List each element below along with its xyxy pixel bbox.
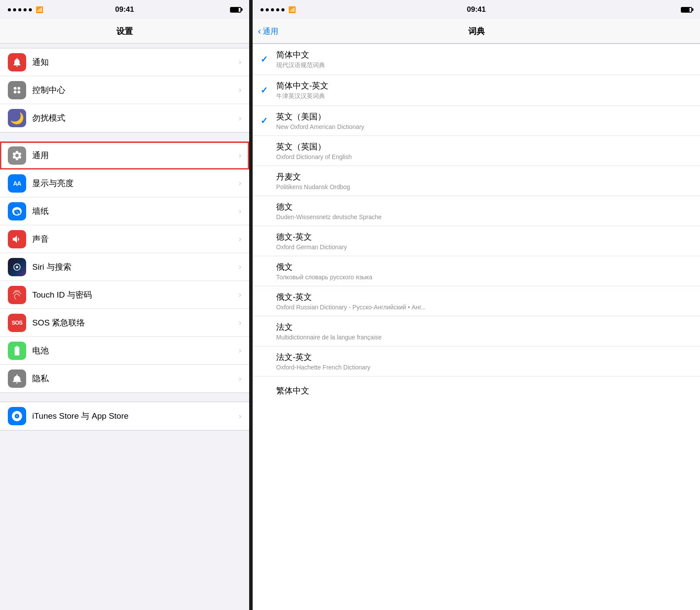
dict-text-10: 法文 Multidictionnaire de la langue frança… bbox=[276, 322, 382, 341]
siri-icon bbox=[8, 258, 26, 276]
wallpaper-icon bbox=[8, 202, 26, 220]
control-icon bbox=[8, 81, 26, 99]
control-label: 控制中心 bbox=[32, 85, 239, 96]
dict-item-2[interactable]: ✓ 简体中文-英文 牛津英汉汉英词典 bbox=[253, 75, 700, 106]
left-panel: 📶 09:41 设置 通知 › bbox=[0, 0, 253, 610]
dict-item-1[interactable]: ✓ 简体中文 现代汉语规范词典 bbox=[253, 44, 700, 75]
notification-icon bbox=[8, 53, 26, 71]
dict-subtitle-3: New Oxford American Dictionary bbox=[276, 123, 364, 130]
dict-text-8: 俄文 Толковый словарь русского языка bbox=[276, 261, 372, 281]
general-label: 通用 bbox=[32, 150, 239, 161]
battery-chevron: › bbox=[239, 346, 241, 355]
dnd-label: 勿扰模式 bbox=[32, 112, 239, 124]
right-wifi-icon: 📶 bbox=[288, 6, 296, 13]
display-item[interactable]: AA 显示与亮度 › bbox=[0, 169, 249, 197]
settings-group-2: 通用 › AA 显示与亮度 › 墙纸 › bbox=[0, 141, 249, 393]
general-icon bbox=[8, 146, 26, 165]
right-nav-bar: ‹ 通用 词典 bbox=[253, 19, 700, 44]
back-button[interactable]: ‹ 通用 bbox=[258, 26, 278, 37]
control-item[interactable]: 控制中心 › bbox=[0, 76, 249, 104]
dict-subtitle-4: Oxford Dictionary of English bbox=[276, 153, 352, 160]
dict-text-7: 德文-英文 Oxford German Dictionary bbox=[276, 231, 347, 251]
dict-text-11: 法文-英文 Oxford-Hachette French Dictionary bbox=[276, 352, 370, 371]
right-panel: 📶 09:41 ‹ 通用 词典 ✓ 简体中文 现代汉语规范词典 ✓ 简体中 bbox=[253, 0, 700, 610]
sound-icon bbox=[8, 230, 26, 248]
r-signal-dot-2 bbox=[266, 8, 269, 11]
right-battery bbox=[681, 7, 692, 13]
dict-subtitle-1: 现代汉语规范词典 bbox=[276, 61, 325, 69]
r-signal-dot-3 bbox=[271, 8, 274, 11]
sound-item[interactable]: 声音 › bbox=[0, 225, 249, 253]
left-nav-bar: 设置 bbox=[0, 19, 249, 44]
wallpaper-chevron: › bbox=[239, 207, 241, 216]
back-chevron-icon: ‹ bbox=[258, 27, 261, 36]
checkmark-3: ✓ bbox=[260, 115, 268, 126]
notification-item[interactable]: 通知 › bbox=[0, 48, 249, 76]
dict-item-4[interactable]: 英文（英国） Oxford Dictionary of English bbox=[253, 136, 700, 166]
touchid-chevron: › bbox=[239, 290, 241, 299]
dict-name-7: 德文-英文 bbox=[276, 231, 347, 243]
dict-item-8[interactable]: 俄文 Толковый словарь русского языка bbox=[253, 256, 700, 286]
svg-point-3 bbox=[17, 91, 20, 94]
display-chevron: › bbox=[239, 179, 241, 188]
battery-item-icon bbox=[8, 342, 26, 360]
privacy-item[interactable]: 隐私 › bbox=[0, 365, 249, 393]
dict-text-3: 英文（美国） New Oxford American Dictionary bbox=[276, 111, 364, 130]
sos-item[interactable]: SOS SOS 紧急联络 › bbox=[0, 309, 249, 337]
dict-name-10: 法文 bbox=[276, 322, 382, 333]
general-item[interactable]: 通用 › bbox=[0, 142, 249, 169]
dict-item-5[interactable]: 丹麦文 Politikens Nudansk Ordbog bbox=[253, 166, 700, 196]
checkmark-1: ✓ bbox=[260, 54, 268, 64]
signal-dot-4 bbox=[24, 8, 27, 11]
r-signal-dot-5 bbox=[281, 8, 284, 11]
dict-name-2: 简体中文-英文 bbox=[276, 80, 328, 92]
right-battery-icon bbox=[681, 7, 692, 13]
siri-label: Siri 与搜索 bbox=[32, 261, 239, 273]
signal-dot-1 bbox=[8, 8, 11, 11]
itunes-chevron: › bbox=[239, 412, 241, 421]
dict-name-12: 繁体中文 bbox=[276, 385, 309, 396]
dict-item-6[interactable]: 德文 Duden-Wissensnetz deutsche Sprache bbox=[253, 196, 700, 226]
svg-point-5 bbox=[16, 266, 18, 268]
right-time: 09:41 bbox=[467, 5, 486, 14]
dict-name-5: 丹麦文 bbox=[276, 171, 350, 183]
general-chevron: › bbox=[239, 151, 241, 160]
svg-point-2 bbox=[14, 91, 17, 94]
separator-2 bbox=[0, 393, 249, 397]
signal-dot-2 bbox=[13, 8, 16, 11]
dict-subtitle-8: Толковый словарь русского языка bbox=[276, 274, 372, 281]
itunes-icon bbox=[8, 407, 26, 425]
touchid-item[interactable]: Touch ID 与密码 › bbox=[0, 281, 249, 309]
dict-text-6: 德文 Duden-Wissensnetz deutsche Sprache bbox=[276, 201, 382, 220]
battery-icon bbox=[230, 7, 241, 13]
dict-item-3[interactable]: ✓ 英文（美国） New Oxford American Dictionary bbox=[253, 106, 700, 136]
dict-name-6: 德文 bbox=[276, 201, 382, 213]
itunes-item[interactable]: iTunes Store 与 App Store › bbox=[0, 402, 249, 430]
touchid-icon bbox=[8, 286, 26, 304]
group1-list: 通知 › 控制中心 › 🌙 勿扰模 bbox=[0, 48, 249, 132]
dict-item-12[interactable]: 繁体中文 bbox=[253, 376, 700, 406]
dnd-item[interactable]: 🌙 勿扰模式 › bbox=[0, 104, 249, 132]
wifi-icon: 📶 bbox=[36, 6, 43, 13]
battery-item[interactable]: 电池 › bbox=[0, 337, 249, 365]
display-label: 显示与亮度 bbox=[32, 178, 239, 189]
sos-icon: SOS bbox=[8, 314, 26, 332]
svg-point-1 bbox=[17, 87, 20, 90]
dict-text-5: 丹麦文 Politikens Nudansk Ordbog bbox=[276, 171, 350, 190]
dict-item-9[interactable]: 俄文-英文 Oxford Russian Dictionary - Русско… bbox=[253, 286, 700, 316]
dictionary-list: ✓ 简体中文 现代汉语规范词典 ✓ 简体中文-英文 牛津英汉汉英词典 ✓ 英文（… bbox=[253, 44, 700, 610]
wallpaper-item[interactable]: 墙纸 › bbox=[0, 197, 249, 225]
right-nav-title: 词典 bbox=[468, 26, 485, 37]
dict-item-7[interactable]: 德文-英文 Oxford German Dictionary bbox=[253, 226, 700, 256]
dict-text-2: 简体中文-英文 牛津英汉汉英词典 bbox=[276, 80, 328, 100]
dict-item-10[interactable]: 法文 Multidictionnaire de la langue frança… bbox=[253, 316, 700, 346]
dict-name-1: 简体中文 bbox=[276, 49, 325, 61]
control-chevron: › bbox=[239, 85, 241, 95]
itunes-label: iTunes Store 与 App Store bbox=[32, 410, 239, 422]
privacy-icon bbox=[8, 369, 26, 388]
siri-item[interactable]: Siri 与搜索 › bbox=[0, 253, 249, 281]
dict-subtitle-2: 牛津英汉汉英词典 bbox=[276, 92, 328, 100]
dict-item-11[interactable]: 法文-英文 Oxford-Hachette French Dictionary bbox=[253, 346, 700, 376]
dict-name-3: 英文（美国） bbox=[276, 111, 364, 122]
dict-name-8: 俄文 bbox=[276, 261, 372, 273]
